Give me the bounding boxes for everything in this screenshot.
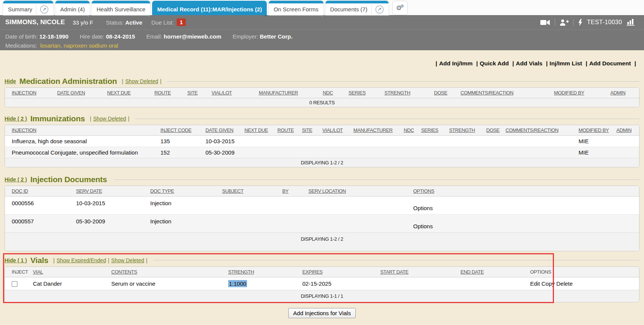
add-inj-imm-link[interactable]: Add Inj/Imm <box>439 60 473 67</box>
col-expires[interactable]: EXPIRES <box>299 267 377 277</box>
col-next-due[interactable]: NEXT DUE <box>104 88 151 98</box>
popout-icon[interactable]: ↗ <box>375 5 384 14</box>
col-route[interactable]: ROUTE <box>151 88 184 98</box>
mar-show-deleted-link[interactable]: Show Deleted <box>125 78 158 84</box>
col-modified-by[interactable]: MODIFIED BY <box>551 88 607 98</box>
immunizations-hide-link[interactable]: Hide ( 2 ) <box>5 116 27 122</box>
inject-code-cell: 152 <box>157 147 202 158</box>
col-site[interactable]: SITE <box>184 88 208 98</box>
status-value: Active <box>125 19 142 26</box>
col-comments-reaction[interactable]: COMMENTS/REACTION <box>457 88 551 98</box>
tab-on-screen-forms[interactable]: On Screen Forms <box>269 1 323 15</box>
col-strength[interactable]: STRENGTH <box>446 125 483 136</box>
medication-link-losartan[interactable]: losartan <box>40 42 60 49</box>
col-inject-code[interactable]: INJECT CODE <box>157 125 202 136</box>
col-doc-type[interactable]: DOC TYPE <box>147 186 219 197</box>
end-date-cell <box>457 277 527 290</box>
displaying-count: DISPLAYING 1-2 / 2 <box>5 158 639 167</box>
col-dose[interactable]: DOSE <box>483 125 502 136</box>
dob-value: 12-18-1990 <box>39 33 68 40</box>
vials-show-expired-link[interactable]: Show Expired/Ended <box>56 257 106 263</box>
contraindicated-section-title: Contraindicated Immunizations <box>19 323 135 325</box>
col-dose[interactable]: DOSE <box>431 88 457 98</box>
medication-link-naproxen[interactable]: naproxen sodium oral <box>64 42 118 49</box>
displaying-count: DISPLAYING 1-2 / 2 <box>5 233 639 251</box>
col-admin[interactable]: ADMIN <box>613 125 639 136</box>
video-camera-icon[interactable] <box>540 20 550 25</box>
col-start-date[interactable]: START DATE <box>377 267 457 277</box>
col-date-given[interactable]: DATE GIVEN <box>54 88 104 98</box>
col-site[interactable]: SITE <box>299 125 319 136</box>
lightning-bolt-icon[interactable] <box>578 19 582 26</box>
mar-hide-link[interactable]: Hide <box>5 78 16 84</box>
modified-by-cell: MIE <box>576 136 613 147</box>
tab-on-screen-forms-label: On Screen Forms <box>274 6 318 12</box>
col-ndc[interactable]: NDC <box>401 125 418 136</box>
col-injection[interactable]: INJECTION <box>5 125 157 136</box>
injection-documents-hide-link[interactable]: Hide ( 2 ) <box>5 176 27 183</box>
vials-hide-link[interactable]: Hide ( 1 ) <box>5 257 27 263</box>
table-row: Influenza, high dose seasonal 135 10-03-… <box>5 136 639 147</box>
doc-type-cell: Injection <box>147 215 219 233</box>
options-cell: Edit Copy Delete <box>527 277 639 290</box>
col-serv-location[interactable]: SERV LOCATION <box>305 186 410 197</box>
col-comments-reaction[interactable]: COMMENTS/REACTION <box>502 125 576 136</box>
col-admin[interactable]: ADMIN <box>607 88 639 98</box>
tab-summary[interactable]: Summary ↗ <box>3 1 53 15</box>
col-modified-by[interactable]: MODIFIED BY <box>576 125 613 136</box>
doc-type-cell: Injection <box>147 197 219 215</box>
col-injection[interactable]: INJECTION <box>5 88 54 98</box>
due-list-badge[interactable]: 1 <box>177 19 186 26</box>
col-subject[interactable]: SUBJECT <box>219 186 279 197</box>
add-vials-link[interactable]: Add Vials <box>516 60 542 67</box>
col-by[interactable]: BY <box>279 186 305 197</box>
inj-imm-list-link[interactable]: Inj/Imm List <box>549 60 582 67</box>
col-vial[interactable]: VIAL <box>30 267 108 277</box>
col-contents[interactable]: CONTENTS <box>108 267 225 277</box>
col-series[interactable]: SERIES <box>418 125 446 136</box>
serv-date-cell: 10-03-2015 <box>73 197 147 215</box>
popout-icon[interactable]: ↗ <box>40 5 48 14</box>
col-serv-date[interactable]: SERV DATE <box>73 186 147 197</box>
col-doc-id[interactable]: DOC ID <box>5 186 73 197</box>
vials-show-deleted-link[interactable]: Show Deleted <box>111 257 144 263</box>
col-vial-lot[interactable]: VIAL/LOT <box>208 88 256 98</box>
col-series[interactable]: SERIES <box>345 88 381 98</box>
tab-admin[interactable]: Admin (4) <box>55 1 90 15</box>
col-date-given[interactable]: DATE GIVEN <box>202 125 241 136</box>
vial-checkbox[interactable] <box>12 281 17 287</box>
col-end-date[interactable]: END DATE <box>457 267 527 277</box>
divider <box>135 119 639 119</box>
col-strength[interactable]: STRENGTH <box>225 267 299 277</box>
col-manufacturer[interactable]: MANUFACTURER <box>256 88 320 98</box>
col-vial-lot[interactable]: VIAL/LOT <box>319 125 350 136</box>
patient-banner: SIMMONS, NICOLE 33 y/o F Status: Active … <box>0 15 644 29</box>
immunizations-show-deleted-link[interactable]: Show Deleted <box>93 116 126 122</box>
options-link[interactable]: Options <box>413 205 433 211</box>
options-link[interactable]: Options <box>413 223 433 229</box>
divider <box>36 5 36 14</box>
col-route[interactable]: ROUTE <box>274 125 299 136</box>
col-ndc[interactable]: NDC <box>320 88 345 98</box>
quick-add-link[interactable]: Quick Add <box>480 60 509 67</box>
col-options[interactable]: OPTIONS <box>410 186 639 197</box>
copy-link[interactable]: Copy <box>541 280 555 287</box>
vials-header-row: INJECT VIAL CONTENTS STRENGTH EXPIRES ST… <box>5 267 639 277</box>
contraindicated-section-header: Hide Contraindicated Immunizations <box>5 323 639 325</box>
add-document-link[interactable]: Add Document <box>589 60 631 67</box>
add-person-icon[interactable] <box>560 19 569 26</box>
settings-gears-icon[interactable]: ⚙⚙ <box>393 1 407 15</box>
tab-documents[interactable]: Documents (7) ↗ <box>325 1 389 15</box>
col-strength[interactable]: STRENGTH <box>381 88 431 98</box>
delete-link[interactable]: Delete <box>556 280 572 287</box>
col-manufacturer[interactable]: MANUFACTURER <box>350 125 401 136</box>
edit-link[interactable]: Edit <box>530 280 540 287</box>
date-given-cell: 05-30-2009 <box>202 147 241 158</box>
tab-medical-record[interactable]: Medical Record (11):MAR/Injections (2) <box>152 1 267 15</box>
col-next-due[interactable]: NEXT DUE <box>241 125 274 136</box>
injection-cell: Influenza, high dose seasonal <box>5 136 157 147</box>
expires-cell: 02-15-2025 <box>299 277 377 290</box>
chart-icon[interactable] <box>627 19 636 26</box>
add-injections-for-vials-button[interactable]: Add Injections for Vials <box>288 308 356 318</box>
tab-health-surveillance[interactable]: Health Surveillance <box>92 1 150 15</box>
